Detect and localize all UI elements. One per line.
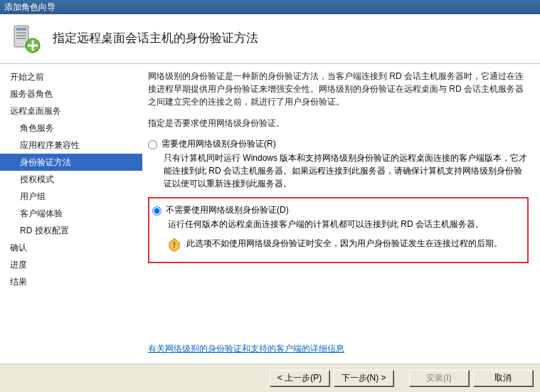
sidebar-step[interactable]: 远程桌面服务 [0,102,142,120]
no-nla-radio[interactable] [152,206,162,216]
sidebar-step[interactable]: 服务器角色 [0,85,142,102]
require-nla-label[interactable]: 需要使用网络级别身份验证(R) [162,138,276,150]
svg-rect-1 [16,28,26,31]
no-nla-desc: 运行任何版本的远程桌面连接客户端的计算机都可以连接到此 RD 会话主机服务器。 [168,218,519,231]
window-title: 添加角色向导 [4,1,55,14]
prev-button[interactable]: < 上一步(P) [270,370,329,386]
sidebar-step[interactable]: 授权模式 [0,171,142,188]
intro-text: 网络级别的身份验证是一种新的身份验证方法，当客户端连接到 RD 会话主机服务器时… [148,70,529,108]
warning-text: 此选项不如使用网络级身份验证时安全，因为用户身份验证发生在连接过程的后期。 [186,238,502,250]
cancel-button[interactable]: 取消 [473,370,533,386]
prompt-text: 指定是否要求使用网络级身份验证。 [148,117,529,129]
wizard-content: 网络级别的身份验证是一种新的身份验证方法，当客户端连接到 RD 会话主机服务器时… [142,64,540,364]
warning-icon: ! [168,238,181,252]
sidebar-step[interactable]: 身份验证方法 [0,154,142,171]
more-info-link[interactable]: 有关网络级别的身份验证和支持的客户端的详细信息 [148,343,344,355]
svg-rect-4 [16,38,26,39]
page-title: 指定远程桌面会话主机的身份验证方法 [53,30,258,46]
wizard-footer: < 上一步(P) 下一步(N) > 安装(I) 取消 [0,364,540,392]
next-button[interactable]: 下一步(N) > [334,370,393,386]
wizard-steps-sidebar: 开始之前服务器角色远程桌面服务角色服务应用程序兼容性身份验证方法授权模式用户组客… [0,64,142,364]
sidebar-step[interactable]: 用户组 [0,188,142,205]
sidebar-step[interactable]: 开始之前 [0,68,142,85]
sidebar-step[interactable]: 结果 [0,273,142,290]
selected-option-highlight: 不需要使用网络级别身份验证(D) 运行任何版本的远程桌面连接客户端的计算机都可以… [148,197,529,263]
no-nla-label[interactable]: 不需要使用网络级别身份验证(D) [166,204,289,216]
sidebar-step[interactable]: 客户端体验 [0,205,142,222]
sidebar-step[interactable]: 应用程序兼容性 [0,137,142,154]
svg-text:!: ! [173,240,176,249]
require-nla-desc: 只有计算机同时运行 Windows 版本和支持网络级别身份验证的远程桌面连接的客… [164,152,529,190]
sidebar-step[interactable]: 确认 [0,239,142,256]
svg-rect-3 [16,35,26,36]
wizard-icon [10,23,41,54]
titlebar: 添加角色向导 [0,0,540,14]
sidebar-step[interactable]: 进度 [0,256,142,273]
install-button: 安装(I) [409,370,469,386]
sidebar-step[interactable]: 角色服务 [0,120,142,137]
wizard-header: 指定远程桌面会话主机的身份验证方法 [0,14,540,64]
sidebar-step[interactable]: RD 授权配置 [0,222,142,239]
require-nla-radio[interactable] [148,140,157,149]
svg-rect-2 [16,32,26,33]
